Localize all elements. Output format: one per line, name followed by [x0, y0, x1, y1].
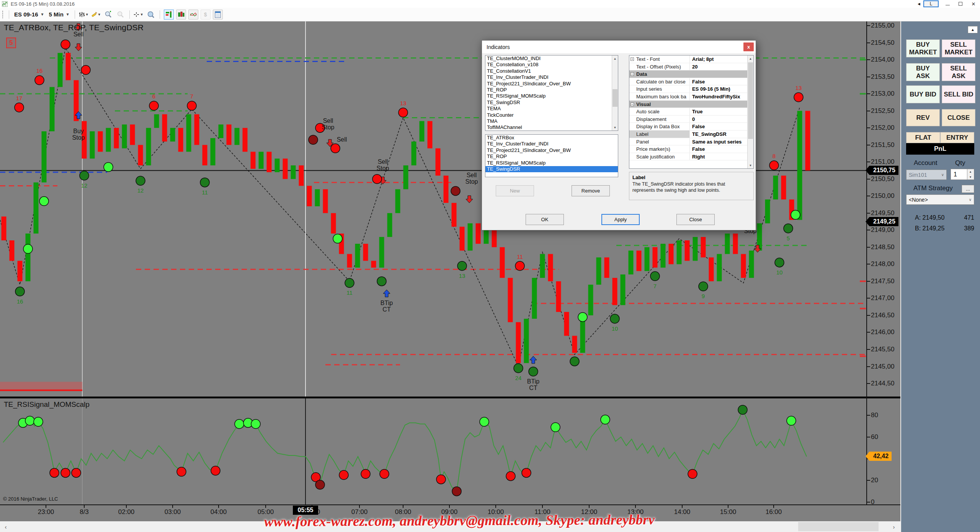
price-bar: [556, 281, 561, 312]
atm-more-button[interactable]: ...: [962, 185, 974, 193]
scroll-left-icon[interactable]: ‹: [1, 521, 11, 532]
chart-style-icon[interactable]: ▼: [79, 10, 89, 20]
available-indicator-item[interactable]: TE_RSISignal_MOMScalp: [485, 93, 618, 99]
new-button[interactable]: New: [496, 185, 534, 196]
data-box-icon[interactable]: [146, 10, 156, 20]
buy-ask-button[interactable]: BUY ASK: [906, 63, 940, 81]
spin-down-icon[interactable]: ▼: [967, 175, 973, 180]
available-indicator-item[interactable]: TickCounter: [485, 112, 618, 118]
property-row[interactable]: Label TE_SwingDSR: [629, 131, 753, 138]
ok-button[interactable]: OK: [526, 214, 564, 225]
applied-indicator-item[interactable]: TE_ATRBox: [485, 135, 618, 141]
available-indicator-item[interactable]: TMA: [485, 118, 618, 124]
instrument-dropdown[interactable]: ES 09-16 ▼: [12, 10, 46, 19]
applied-indicators-list[interactable]: TE_ATRBoxTE_Inv_ClusterTrader_INDITE_Pro…: [485, 134, 618, 177]
chart-area[interactable]: 1716671311813161212111113241079105SellBu…: [0, 21, 900, 532]
property-row[interactable]: Calculate on bar close False: [629, 78, 753, 86]
sell-bid-button[interactable]: SELL BID: [942, 85, 975, 103]
flat-button[interactable]: FLAT: [906, 132, 940, 143]
close-position-button[interactable]: CLOSE: [942, 109, 975, 126]
atm-strategy-select[interactable]: <None> ∨: [906, 194, 974, 205]
property-row[interactable]: Text - Offset (Pixels) 20: [629, 63, 753, 71]
properties-icon[interactable]: [213, 10, 223, 20]
buy-bid-button[interactable]: BUY BID: [906, 85, 940, 103]
property-category-row[interactable]: −Data: [629, 70, 753, 78]
rsi-tick-label: 20: [871, 477, 878, 484]
close-dialog-button[interactable]: Close: [676, 214, 715, 225]
close-button[interactable]: ✕: [967, 0, 980, 8]
drawing-tools-icon[interactable]: ▼: [91, 10, 101, 20]
scrollbar-thumb[interactable]: [748, 62, 753, 139]
scrollbar-thumb[interactable]: [612, 89, 617, 107]
available-indicators-list[interactable]: TE_ClusterMOMO_INDITE_Constellation_v108…: [485, 55, 618, 131]
buy-market-button[interactable]: BUY MARKET: [906, 39, 940, 57]
scroll-up-icon[interactable]: ▲: [612, 55, 618, 62]
applied-indicator-item[interactable]: TE_SwingDSR: [485, 166, 618, 172]
properties-grid[interactable]: +Text - Font Arial; 8ptText - Offset (Pi…: [629, 55, 754, 169]
interval-dropdown[interactable]: 5 Min ▼: [46, 10, 72, 19]
price-bar: [460, 227, 465, 250]
instrument-link-button[interactable]: L: [923, 0, 939, 7]
dialog-title-bar[interactable]: Indicators: [482, 41, 756, 53]
available-indicator-item[interactable]: TE_ROP: [485, 87, 618, 93]
spin-up-icon[interactable]: ▲: [967, 169, 973, 175]
available-indicator-item[interactable]: TE_ClusterMOMO_INDI: [485, 55, 618, 62]
quantity-stepper[interactable]: 1 ▲ ▼: [951, 169, 974, 180]
applied-indicator-item[interactable]: TE_ROP: [485, 153, 618, 160]
copyright-text: © 2016 NinjaTrader, LLC: [3, 496, 58, 502]
quantity-spin-buttons[interactable]: ▲ ▼: [967, 169, 973, 180]
scroll-right-icon[interactable]: ›: [889, 521, 899, 532]
property-row[interactable]: Maximum bars look ba TwoHundredFiftySix: [629, 93, 753, 101]
sell-ask-button[interactable]: SELL ASK: [942, 63, 975, 81]
available-indicator-item[interactable]: TE_Inv_ClusterTrader_INDI: [485, 74, 618, 80]
label: CLOSE: [947, 114, 970, 122]
reverse-button[interactable]: REV: [906, 109, 940, 126]
crosshair-icon[interactable]: ▼: [134, 10, 144, 20]
data-series-icon[interactable]: [176, 10, 186, 20]
applied-indicator-item[interactable]: TE_Inv_ClusterTrader_INDI: [485, 141, 618, 147]
scroll-up-icon[interactable]: ▲: [748, 55, 753, 62]
scrollbar-thumb[interactable]: [798, 522, 879, 531]
price-bar: [444, 176, 449, 203]
scroll-down-icon[interactable]: ▼: [612, 124, 618, 131]
property-row[interactable]: Displacement 0: [629, 116, 753, 123]
available-indicator-item[interactable]: TE_ConstellationV1: [485, 68, 618, 74]
apply-button[interactable]: Apply: [601, 214, 640, 225]
chart-trader-icon[interactable]: [164, 10, 174, 20]
applied-indicator-item[interactable]: TE_Project221_ISIndicator_Over_BW: [485, 147, 618, 153]
available-indicator-item[interactable]: ToffiMAChannel: [485, 124, 618, 131]
dialog-close-button[interactable]: x: [743, 42, 754, 51]
swing-low-count: 11: [346, 289, 353, 296]
property-row[interactable]: Price marker(s) False: [629, 145, 753, 153]
minimize-button[interactable]: [941, 0, 954, 8]
applied-indicator-item[interactable]: TE_RSISignal_MOMScalp: [485, 160, 618, 166]
chevron-down-icon: ∨: [941, 173, 944, 177]
available-indicator-item[interactable]: TE_Project221_ISIndicator_Over_BW: [485, 81, 618, 87]
available-indicator-item[interactable]: TE_SwingDSR: [485, 100, 618, 106]
dollar-icon[interactable]: $: [201, 10, 211, 20]
available-indicator-item[interactable]: TEMA: [485, 106, 618, 112]
maximize-button[interactable]: [954, 0, 967, 8]
collapse-panel-button[interactable]: ▲: [968, 26, 978, 33]
remove-button[interactable]: Remove: [572, 185, 610, 196]
property-row[interactable]: Panel Same as input series: [629, 138, 753, 146]
indicators-icon[interactable]: [188, 10, 198, 20]
available-list-scrollbar[interactable]: ▲ ▼: [612, 55, 618, 131]
zoom-out-icon[interactable]: [116, 10, 126, 20]
price-axis[interactable]: 2155,002154,502154,002153,502153,002152,…: [867, 21, 900, 504]
sell-market-button[interactable]: SELL MARKET: [942, 39, 975, 57]
account-select[interactable]: Sim101 ∨: [906, 170, 947, 180]
property-row[interactable]: +Text - Font Arial; 8pt: [629, 55, 753, 63]
grid-scrollbar[interactable]: ▲ ▼: [747, 55, 753, 168]
scroll-down-icon[interactable]: ▼: [748, 162, 753, 168]
zoom-in-icon[interactable]: [103, 10, 113, 20]
property-row[interactable]: Input series ES 09-16 (5 Min): [629, 85, 753, 93]
toolbar-grip[interactable]: [2, 10, 4, 19]
property-row[interactable]: Display in Data Box False: [629, 123, 753, 131]
property-row[interactable]: Scale justification Right: [629, 153, 753, 161]
entry-button[interactable]: ENTRY: [940, 132, 974, 143]
property-row[interactable]: Auto scale True: [629, 108, 753, 116]
property-category-row[interactable]: −Visual: [629, 101, 753, 108]
available-indicator-item[interactable]: TE_Constellation_v108: [485, 62, 618, 68]
unlink-arrow-icon[interactable]: ◄: [917, 2, 921, 6]
